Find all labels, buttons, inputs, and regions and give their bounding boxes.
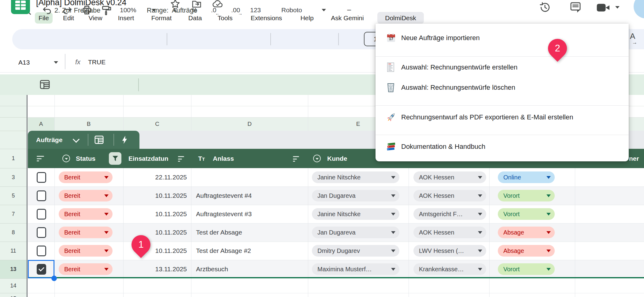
lightning-icon[interactable] [120,135,130,145]
table-row: 3 Bereit 22.11.2025 Janine Nitschke AOK … [0,168,644,186]
increase-decimal-button[interactable]: .00→ [231,0,240,20]
name-box-dropdown-arrow-icon[interactable] [54,61,58,64]
view-name[interactable]: 2. Zur Freigabe [54,0,100,21]
anlass-cell[interactable]: Test der Absage [196,223,242,242]
row-checkbox[interactable] [37,209,46,220]
row-checkbox[interactable] [37,227,46,238]
kostentraeger-chip[interactable]: AOK Hessen [413,227,486,238]
column-header-e[interactable]: E [356,117,360,131]
decrease-font-size-button[interactable]: − [347,0,351,20]
date-cell[interactable]: 10.11.2025 [123,205,187,223]
date-cell[interactable]: 22.11.2025 [123,168,187,186]
art-chip[interactable]: Absage [498,227,555,238]
number-format-button[interactable]: 123 [250,0,261,20]
status-chip[interactable]: Bereit [59,227,113,238]
kostentraeger-chip[interactable]: LWV Hessen (… [413,245,486,257]
table-row: 7 Bereit 10.11.2025 Auftragtestevent #3 … [0,205,644,223]
table-view-icon[interactable] [94,135,104,145]
sheets-logo-icon[interactable] [11,0,30,14]
filter-lines-icon[interactable] [37,156,44,163]
name-box[interactable]: A13 [18,59,30,66]
row-checkbox[interactable] [37,172,46,183]
column-header-c[interactable]: C [155,117,159,131]
art-chip[interactable]: Online [498,171,555,183]
anlass-cell[interactable]: Auftragtestevent #3 [196,205,252,223]
font-select[interactable]: Roboto [281,0,302,20]
chip-dropdown-arrow-icon [546,176,551,179]
row-number[interactable]: 5 [0,186,27,205]
text-format-icon[interactable]: TT [198,149,205,168]
kostentraeger-chip[interactable]: AOK Hessen [413,171,486,183]
column-header-a[interactable]: A [39,117,43,131]
filter-lines-icon[interactable] [293,156,299,163]
status-chip[interactable]: Bereit [59,245,113,257]
row-checkbox[interactable] [37,246,46,256]
paint-format-icon[interactable] [101,0,112,20]
dropdown-circle-icon[interactable] [62,155,70,162]
zoom-select[interactable]: 100% [120,0,136,20]
art-chip[interactable]: Vorort [498,263,555,275]
kunde-chip[interactable]: Janine Nitschke [312,208,399,220]
menu-item-documentation[interactable]: Dokumentation & Handbuch [376,137,629,156]
row-number[interactable]: 13 [0,260,27,278]
chip-dropdown-arrow-icon [391,231,395,234]
formula-input[interactable]: TRUE [88,58,105,66]
kunde-chip[interactable]: Maximina Musterf… [312,263,399,275]
text-rotation-icon[interactable]: A→ [630,32,635,41]
art-chip[interactable]: Vorort [498,208,555,220]
font-dropdown-arrow-icon[interactable] [322,0,326,20]
anlass-cell[interactable]: Arztbesuch [196,260,228,278]
menu-help[interactable]: Help [300,14,313,22]
kunde-chip[interactable]: Janine Nitschke [312,171,399,183]
row-checkbox[interactable] [37,190,46,201]
menu-item-export-pdf-email[interactable]: Rechnungsentwurf als PDF exportieren & E… [376,108,629,126]
row-number[interactable]: 8 [0,223,27,242]
anlass-cell[interactable]: Test der Absage #2 [196,242,251,260]
toolbar-separator [270,33,271,45]
frozen-pane-divider[interactable] [27,95,28,297]
version-history-icon[interactable] [539,1,551,13]
avatar[interactable] [634,0,644,18]
row-number[interactable]: 15 [0,292,27,297]
menu-item-delete-invoice-drafts[interactable]: Auswahl: Rechnungsentwürfe löschen [376,78,629,97]
kunde-chip[interactable]: Dmitry Dugarev [312,245,399,257]
status-chip[interactable]: Bereit [59,208,113,220]
status-chip[interactable]: Bereit [59,190,113,201]
kostentraeger-chip[interactable]: Amtsgericht F… [413,208,486,220]
table-view-icon[interactable] [39,79,50,90]
kunde-chip[interactable]: Jan Dugareva [312,227,399,238]
active-filter-funnel-icon[interactable] [109,152,121,165]
column-header-b[interactable]: B [87,117,91,131]
date-cell[interactable]: 13.11.2025 [123,260,187,278]
meet-camera-icon[interactable] [596,3,610,12]
tab-label: Aufträge [36,131,62,149]
row-number[interactable]: 3 [0,168,27,186]
row-number[interactable]: 7 [0,205,27,223]
menu-item-import[interactable]: 17 Neue Aufträge importieren [376,29,629,47]
tab-auftraege[interactable]: Aufträge [28,131,139,149]
status-chip[interactable]: Bereit [59,263,113,275]
art-chip[interactable]: Vorort [498,190,555,201]
chip-dropdown-arrow-icon [478,194,482,197]
camera-dropdown-arrow-icon[interactable] [615,6,620,9]
tab-dropdown-chevron-icon[interactable] [73,136,80,143]
status-chip[interactable]: Bereit [59,171,113,183]
date-cell[interactable]: 10.11.2025 [123,186,187,205]
selection-handle[interactable] [51,276,57,281]
dropdown-circle-icon[interactable] [313,155,321,162]
row-number[interactable]: 14 [0,278,27,293]
decrease-decimal-button[interactable]: .0← [211,0,217,20]
comments-icon[interactable] [569,1,582,13]
anlass-cell[interactable]: Auftragtestevent #4 [196,186,252,205]
kostentraeger-chip[interactable]: Krankenkasse… [413,263,486,275]
menu-dolmidesk[interactable]: DolmiDesk [385,14,416,22]
undo-icon[interactable] [42,0,53,20]
kostentraeger-chip[interactable]: AOK Hessen [413,190,486,201]
kunde-chip[interactable]: Jan Dugareva [312,190,399,201]
column-header-d[interactable]: D [247,117,252,131]
menu-item-create-invoice-drafts[interactable]: Auswahl: Rechnungsentwürfe erstellen [376,58,629,77]
row-number[interactable]: 1 [0,149,27,168]
filter-lines-icon[interactable] [178,156,184,163]
row-number[interactable]: 11 [0,242,27,260]
art-chip[interactable]: Absage [498,245,555,257]
